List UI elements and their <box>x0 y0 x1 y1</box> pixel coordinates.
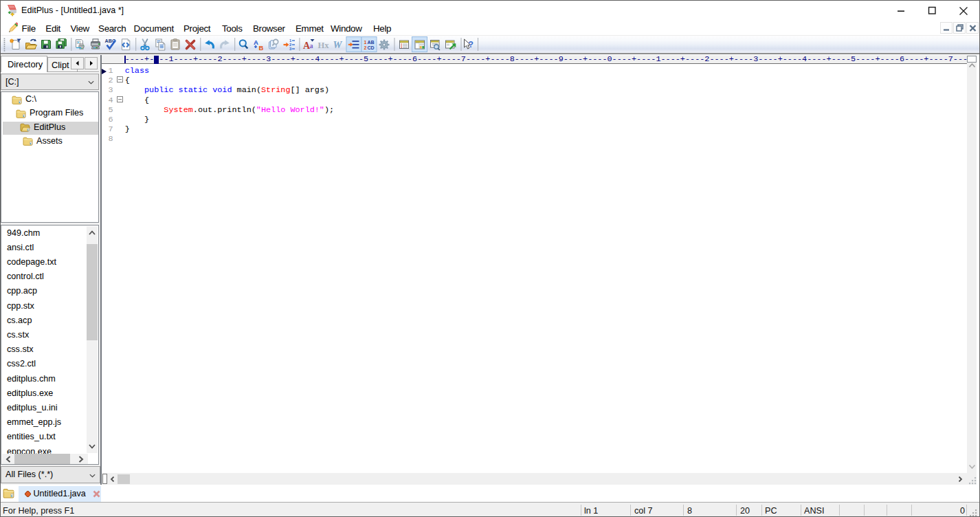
svg-text:CD: CD <box>368 45 375 50</box>
svg-text:W: W <box>333 39 343 50</box>
svg-text:AB: AB <box>368 40 375 45</box>
svg-text:A: A <box>254 38 258 46</box>
svg-text:?: ? <box>468 40 474 50</box>
svg-text:a: a <box>310 42 313 50</box>
svg-text:1: 1 <box>364 40 367 45</box>
svg-text:B: B <box>259 44 264 52</box>
svg-text:2: 2 <box>364 45 367 50</box>
svg-text:3: 3 <box>289 47 292 51</box>
svg-text:Hx: Hx <box>318 41 330 50</box>
